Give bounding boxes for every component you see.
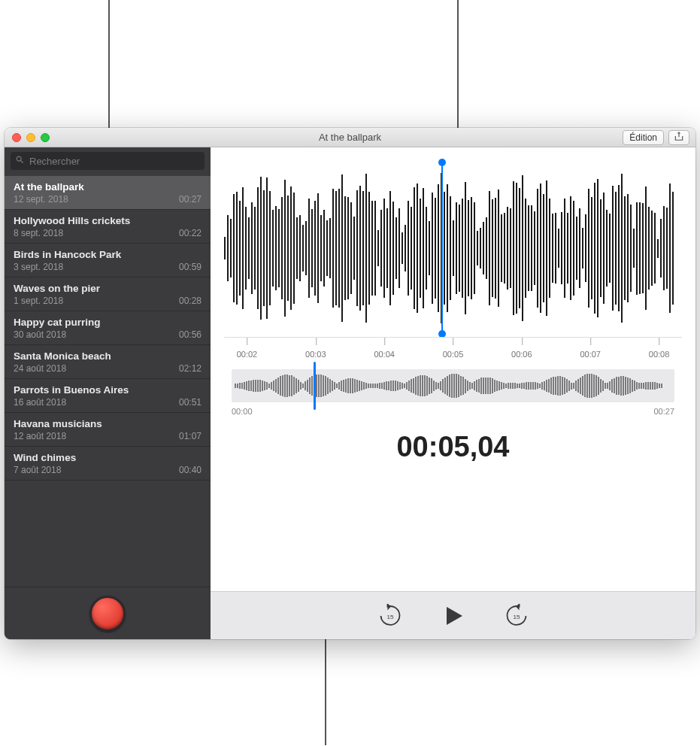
list-item[interactable]: Happy cat purring30 août 201800:56 (5, 311, 211, 345)
current-time-display: 00:05,04 (211, 431, 695, 463)
list-item-title: Hollywood Hills crickets (14, 215, 202, 226)
list-item-duration: 02:12 (179, 363, 202, 374)
list-item-title: Parrots in Buenos Aires (14, 384, 202, 396)
list-item-duration: 00:28 (179, 296, 202, 306)
window-controls (12, 133, 50, 142)
window-title: At the ballpark (5, 132, 695, 143)
list-item-title: Santa Monica beach (14, 350, 202, 362)
list-item-duration: 00:56 (179, 329, 202, 340)
timeline-ruler: 00:0200:0300:0400:0500:0600:0700:08 (224, 337, 682, 367)
timeline-tick: 00:07 (580, 338, 601, 359)
list-item-duration: 00:59 (179, 262, 202, 272)
search-input[interactable]: Rechercher (11, 152, 205, 170)
list-item-duration: 00:40 (179, 465, 202, 475)
list-item-title: Wind chimes (14, 452, 202, 463)
list-item-title: Waves on the pier (14, 283, 202, 294)
search-icon (15, 154, 25, 168)
list-item-duration: 00:51 (179, 397, 202, 408)
search-placeholder: Rechercher (29, 156, 80, 167)
list-item-title: Havana musicians (14, 418, 202, 429)
skip-back-15-button[interactable]: 15 (375, 601, 405, 631)
list-item[interactable]: Hollywood Hills crickets8 sept. 201800:2… (5, 210, 211, 244)
list-item-date: 8 sept. 2018 (14, 228, 63, 238)
list-item-title: Happy cat purring (14, 317, 202, 328)
list-item-title: At the ballpark (14, 181, 202, 193)
list-item[interactable]: Havana musicians12 août 201801:07 (5, 413, 211, 447)
list-item-date: 12 août 2018 (14, 431, 66, 441)
list-item[interactable]: Birds in Hancock Park3 sept. 201800:59 (5, 244, 211, 277)
timeline-tick: 00:04 (374, 338, 395, 359)
titlebar: At the ballpark Édition (5, 128, 695, 147)
list-item-date: 12 sept. 2018 (14, 194, 68, 205)
overview-start-time: 00:00 (232, 407, 253, 416)
share-button[interactable] (668, 130, 689, 145)
overview-playhead[interactable] (314, 362, 316, 410)
timeline-tick: 00:03 (305, 338, 326, 359)
list-item-duration: 00:27 (179, 194, 202, 205)
minimize-window-button[interactable] (26, 133, 35, 142)
close-window-button[interactable] (12, 133, 21, 142)
zoom-playhead[interactable] (441, 162, 443, 334)
timeline-tick: 00:08 (649, 338, 670, 359)
list-item[interactable]: Waves on the pier1 sept. 201800:28 (5, 277, 211, 311)
list-item-title: Birds in Hancock Park (14, 249, 202, 260)
list-item[interactable]: Parrots in Buenos Aires16 août 201800:51 (5, 379, 211, 413)
overview-end-time: 00:27 (653, 407, 674, 416)
timeline-tick: 00:02 (237, 338, 258, 359)
list-item-date: 7 août 2018 (14, 465, 61, 475)
playback-controls: 15 15 (211, 591, 695, 639)
skip-forward-15-button[interactable]: 15 (502, 601, 532, 631)
record-button[interactable] (89, 596, 126, 632)
sidebar: Rechercher At the ballpark12 sept. 20180… (5, 147, 211, 639)
waveform-overview[interactable] (232, 369, 674, 402)
list-item-date: 24 août 2018 (14, 363, 66, 374)
share-icon (674, 131, 684, 144)
list-item[interactable]: Wind chimes7 août 201800:40 (5, 447, 211, 481)
play-button[interactable] (438, 601, 468, 631)
list-item-date: 3 sept. 2018 (14, 262, 63, 272)
timeline-tick: 00:05 (443, 338, 464, 359)
list-item[interactable]: Santa Monica beach24 août 201802:12 (5, 345, 211, 379)
zoom-window-button[interactable] (41, 133, 50, 142)
list-item-date: 30 août 2018 (14, 329, 66, 340)
list-item-duration: 00:22 (179, 228, 202, 238)
timeline-tick: 00:06 (511, 338, 532, 359)
main-panel: 00:0200:0300:0400:0500:0600:0700:08 00:0… (211, 147, 695, 639)
list-item-duration: 01:07 (179, 431, 202, 441)
waveform-zoom[interactable]: 00:0200:0300:0400:0500:0600:0700:08 (211, 147, 695, 362)
list-item-date: 1 sept. 2018 (14, 296, 63, 306)
edit-button[interactable]: Édition (623, 130, 664, 145)
svg-text:15: 15 (386, 613, 393, 620)
list-item-date: 16 août 2018 (14, 397, 66, 408)
list-item[interactable]: At the ballpark12 sept. 201800:27 (5, 176, 211, 210)
svg-text:15: 15 (513, 613, 520, 620)
recordings-list: At the ballpark12 sept. 201800:27Hollywo… (5, 176, 211, 587)
app-window: At the ballpark Édition Rechercher At th (5, 128, 695, 639)
